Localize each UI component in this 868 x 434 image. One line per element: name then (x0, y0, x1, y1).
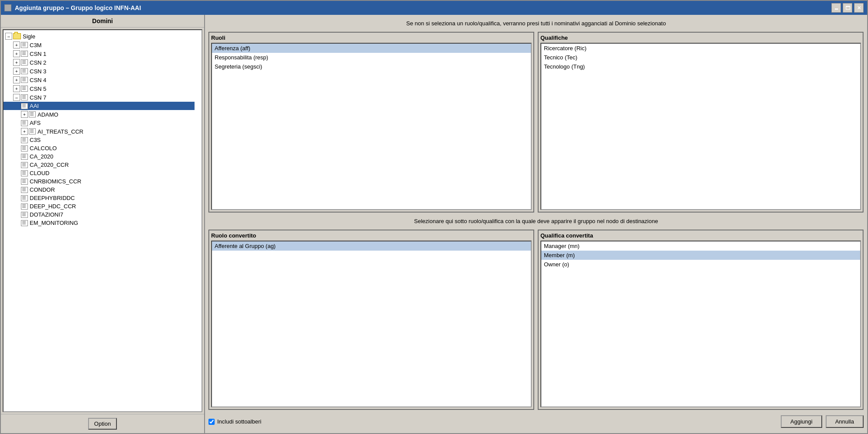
tree-item[interactable]: + CSN 1 (3, 49, 195, 58)
tree-root[interactable]: – Sigle (3, 32, 195, 41)
csn1-expand[interactable]: + (13, 50, 20, 57)
csn3-label: CSN 3 (30, 68, 46, 75)
csn7-label: CSN 7 (30, 94, 46, 101)
tree-item[interactable]: + ADAMO (3, 110, 195, 119)
tree-item[interactable]: – CSN 7 (3, 93, 195, 102)
aggiungi-button[interactable]: Aggiungi (781, 415, 822, 428)
emmonitoring-icon (21, 220, 28, 226)
calcolo-icon (21, 145, 28, 152)
list-item[interactable]: Ricercatore (Ric) (541, 44, 860, 53)
action-buttons: Aggiungi Annulla (781, 415, 864, 428)
root-label: Sigle (23, 33, 35, 40)
bottom-row: Includi sottoalberi Aggiungi Annulla (208, 413, 864, 430)
tree-item[interactable]: + CSN 3 (3, 67, 195, 76)
qualifica-convertita-label: Qualifica convertita (540, 232, 861, 239)
root-expand[interactable]: – (5, 33, 12, 40)
tree-item[interactable]: DOTAZIONI7 (3, 210, 195, 219)
qualifiche-listbox[interactable]: Ricercatore (Ric) Tecnico (Tec) Tecnolog… (540, 43, 861, 210)
tree-item[interactable]: + CSN 5 (3, 84, 195, 93)
list-item[interactable]: Afferenza (aff) (212, 44, 531, 53)
calcolo-label: CALCOLO (30, 145, 57, 152)
csn4-expand[interactable]: + (13, 76, 20, 83)
top-boxes: Ruoli Afferenza (aff) Responsabilita (re… (208, 32, 864, 213)
list-item[interactable]: Tecnologo (Tng) (541, 62, 860, 71)
app-icon (4, 4, 11, 11)
tree-item[interactable]: C3S (3, 136, 195, 144)
tree-item[interactable]: CNRBIOMICS_CCR (3, 177, 195, 186)
list-item[interactable]: Responsabilita (resp) (212, 53, 531, 62)
minimize-button[interactable]: 🗕 (831, 3, 841, 13)
ai-treats-expand[interactable]: + (21, 128, 28, 135)
list-item[interactable]: Owner (o) (541, 260, 860, 269)
root-folder-icon (13, 33, 21, 39)
ruoli-listbox[interactable]: Afferenza (aff) Responsabilita (resp) Se… (211, 43, 532, 210)
ca2020ccr-label: CA_2020_CCR (30, 162, 69, 168)
tree-item[interactable]: CLOUD (3, 169, 195, 177)
tree-item[interactable]: CALCOLO (3, 144, 195, 152)
annulla-button[interactable]: Annulla (826, 415, 864, 428)
tree-item[interactable]: + C3M (3, 41, 195, 49)
ca2020ccr-icon (21, 162, 28, 168)
csn2-expand[interactable]: + (13, 59, 20, 66)
list-item[interactable]: Afferente al Gruppo (ag) (212, 241, 531, 251)
title-bar: Aggiunta gruppo – Gruppo logico INFN-AAI… (1, 1, 867, 15)
list-item[interactable]: Manager (mn) (541, 241, 860, 251)
ruolo-convertito-label: Ruolo convertito (211, 232, 532, 239)
left-panel: Domini – Sigle + C3M (1, 15, 205, 433)
tree-item[interactable]: + CSN 2 (3, 58, 195, 67)
tree-item[interactable]: + AI_TREATS_CCR (3, 127, 195, 136)
tree-item[interactable]: DEEPHYBRIDDC (3, 194, 195, 202)
list-item[interactable]: Tecnico (Tec) (541, 53, 860, 62)
adamo-icon (29, 111, 36, 117)
csn1-icon (21, 51, 28, 57)
title-bar-buttons: 🗕 🗖 ✕ (831, 3, 864, 13)
ruolo-convertito-listbox[interactable]: Afferente al Gruppo (ag) (211, 241, 532, 408)
tree-item[interactable]: CA_2020_CCR (3, 161, 195, 169)
qualifiche-group: Qualifiche Ricercatore (Ric) Tecnico (Te… (538, 32, 864, 213)
option-button[interactable]: Option (88, 418, 117, 430)
main-window: Aggiunta gruppo – Gruppo logico INFN-AAI… (0, 0, 868, 434)
middle-info: Selezionare qui sotto ruolo/qualifica co… (208, 216, 864, 226)
csn3-expand[interactable]: + (13, 68, 20, 75)
includi-sottoalberi-checkbox[interactable] (208, 419, 215, 425)
ruoli-group: Ruoli Afferenza (aff) Responsabilita (re… (208, 32, 534, 213)
csn2-label: CSN 2 (30, 59, 46, 66)
afs-icon (21, 120, 28, 126)
main-content: Domini – Sigle + C3M (1, 15, 867, 433)
maximize-button[interactable]: 🗖 (843, 3, 852, 13)
ca2020-icon (21, 154, 28, 160)
deephdcccr-icon (21, 203, 28, 210)
close-button[interactable]: ✕ (854, 3, 864, 13)
tree-item[interactable]: AFS (3, 119, 195, 127)
includi-sottoalberi-label[interactable]: Includi sottoalberi (208, 418, 261, 425)
tree-item[interactable]: DEEP_HDC_CCR (3, 202, 195, 210)
cnrbiomics-label: CNRBIOMICS_CCR (30, 178, 81, 185)
tree-item[interactable]: CONDOR (3, 186, 195, 194)
cloud-label: CLOUD (30, 170, 50, 176)
list-item[interactable]: Member (m) (541, 251, 860, 260)
tree-item-aai[interactable]: AAI (3, 102, 195, 110)
tree-item[interactable]: + CSN 4 (3, 76, 195, 84)
ca2020-label: CA_2020 (30, 153, 53, 160)
tree-item[interactable]: EM_MONITORING (3, 219, 195, 227)
bottom-boxes: Ruolo convertito Afferente al Gruppo (ag… (208, 230, 864, 410)
c3m-expand[interactable]: + (13, 41, 20, 48)
tree-item[interactable]: CA_2020 (3, 152, 195, 161)
condor-label: CONDOR (30, 186, 55, 193)
adamo-expand[interactable]: + (21, 111, 28, 118)
csn4-label: CSN 4 (30, 77, 46, 83)
domains-header: Domini (1, 15, 204, 28)
csn5-expand[interactable]: + (13, 85, 20, 92)
qualifica-convertita-group: Qualifica convertita Manager (mn) Member… (538, 230, 864, 410)
csn7-expand[interactable]: – (13, 94, 20, 101)
c3m-label: C3M (30, 42, 41, 48)
includi-sottoalberi-text: Includi sottoalberi (217, 418, 261, 425)
window-title: Aggiunta gruppo – Gruppo logico INFN-AAI (15, 4, 141, 11)
tree-container[interactable]: – Sigle + C3M + (3, 29, 202, 412)
list-item[interactable]: Segreteria (segsci) (212, 62, 531, 71)
aai-icon (21, 103, 28, 109)
ai-treats-icon (29, 128, 36, 134)
qualifica-convertita-listbox[interactable]: Manager (mn) Member (m) Owner (o) (540, 241, 861, 408)
title-bar-left: Aggiunta gruppo – Gruppo logico INFN-AAI (4, 4, 141, 11)
csn4-icon (21, 77, 28, 83)
